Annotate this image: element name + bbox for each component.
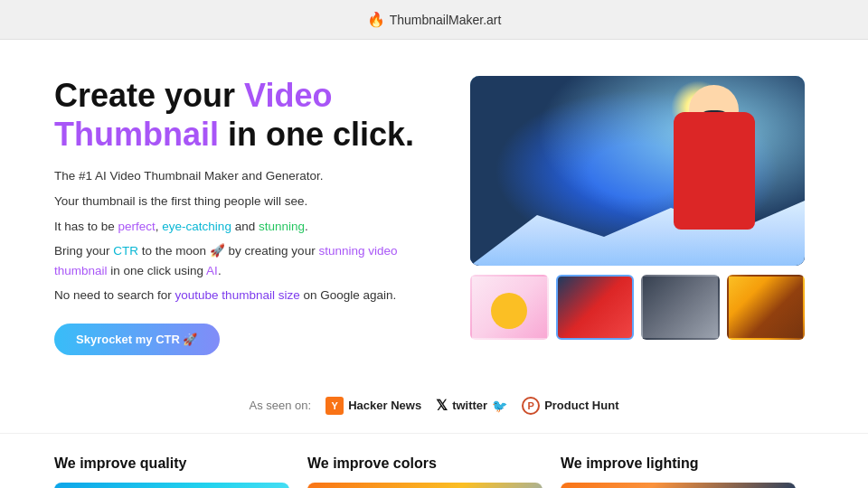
thumbnails-row (470, 275, 805, 340)
hacker-news-icon: Y (326, 397, 344, 415)
flame-icon: 🔥 (367, 11, 385, 28)
thumbnail-4[interactable] (727, 275, 806, 340)
eye-catching-highlight: eye-catching (162, 220, 231, 233)
title-prefix: Create your (54, 77, 244, 114)
youtube-size-highlight: youtube thumbnail size (175, 288, 300, 302)
ai-highlight: AI (206, 264, 218, 277)
twitter-bird-icon: 🐦 (492, 399, 507, 413)
product-hunt-item[interactable]: P Product Hunt (522, 397, 618, 415)
navbar: 🔥 ThumbnailMaker.art (0, 0, 868, 40)
improve-quality-image (54, 483, 289, 488)
twitter-icon: 𝕏 (436, 397, 448, 414)
hero-title: Create your Video Thumbnail in one click… (54, 76, 434, 154)
hero-section: Create your Video Thumbnail in one click… (0, 40, 868, 382)
title-thumbnail: Thumbnail (54, 116, 219, 153)
title-suffix: in one click. (219, 116, 414, 153)
improve-lighting-title: We improve lighting (561, 455, 796, 472)
improve-colors-col: We improve colors (307, 455, 561, 488)
as-seen-on-label: As seen on: (250, 399, 312, 412)
thumbnail-2[interactable] (556, 275, 635, 340)
product-hunt-icon: P (522, 397, 540, 415)
thumbnail-1[interactable] (470, 275, 549, 340)
improve-lighting-col: We improve lighting (561, 455, 814, 488)
mountaineer-figure (642, 85, 787, 257)
title-video: Video (244, 77, 332, 114)
improve-colors-image (307, 483, 542, 488)
ctr-highlight: CTR (113, 244, 138, 258)
thumbnail-3[interactable] (641, 275, 720, 340)
hacker-news-item[interactable]: Y Hacker News (326, 397, 421, 415)
desc-line4: Bring your CTR to the moon 🚀 by creating… (54, 241, 434, 280)
video-thumbnail-highlight: stunning video thumbnail (54, 244, 397, 277)
improve-section: We improve quality We improve colors We … (0, 433, 868, 488)
hero-description: The #1 AI Video Thumbnail Maker and Gene… (54, 166, 434, 305)
improve-lighting-image (561, 483, 796, 488)
improve-quality-col: We improve quality (54, 455, 307, 488)
hacker-news-label: Hacker News (348, 399, 421, 412)
as-seen-on-section: As seen on: Y Hacker News 𝕏 twitter 🐦 P … (0, 382, 868, 433)
desc-line2: Your thumbnail is the first thing people… (54, 192, 434, 211)
stunning-highlight: stunning (259, 220, 305, 233)
improve-quality-title: We improve quality (54, 455, 289, 472)
twitter-label: twitter (452, 399, 487, 412)
brand-name: ThumbnailMaker.art (390, 13, 502, 27)
main-thumbnail-image (470, 76, 805, 266)
improve-colors-title: We improve colors (307, 455, 542, 472)
desc-line1: The #1 AI Video Thumbnail Maker and Gene… (54, 166, 434, 186)
desc-line5: No need to search for youtube thumbnail … (54, 286, 434, 305)
hero-left: Create your Video Thumbnail in one click… (54, 76, 434, 355)
image-background (470, 76, 805, 266)
cta-button[interactable]: Skyrocket my CTR 🚀 (54, 324, 220, 355)
hero-right (470, 76, 805, 340)
perfect-highlight: perfect (118, 220, 156, 233)
twitter-item[interactable]: 𝕏 twitter 🐦 (436, 397, 507, 414)
brand[interactable]: 🔥 ThumbnailMaker.art (367, 11, 502, 28)
product-hunt-label: Product Hunt (544, 399, 618, 412)
desc-line3: It has to be perfect, eye-catching and s… (54, 217, 434, 237)
mountaineer-body (674, 112, 755, 230)
